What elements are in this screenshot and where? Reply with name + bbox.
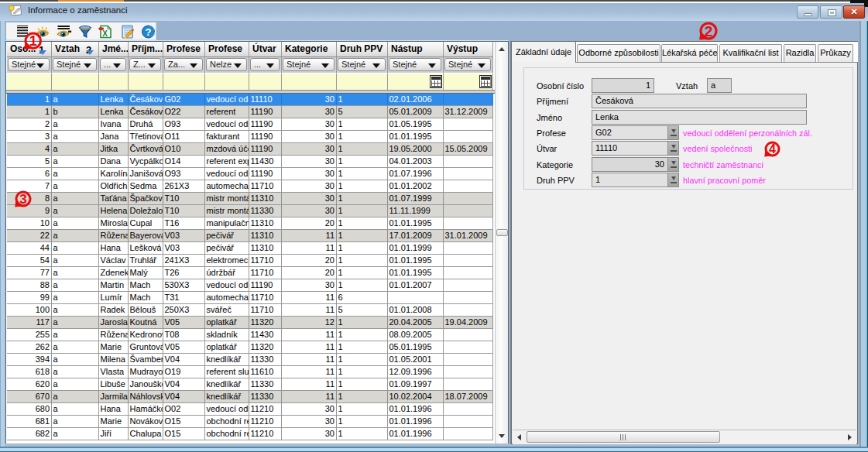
svg-text:4: 4 xyxy=(769,142,776,156)
svg-text:2: 2 xyxy=(704,23,712,39)
svg-text:3: 3 xyxy=(19,192,26,207)
svg-text:1: 1 xyxy=(29,33,37,49)
svg-text:X: X xyxy=(102,29,108,38)
svg-text:?: ? xyxy=(146,26,152,38)
